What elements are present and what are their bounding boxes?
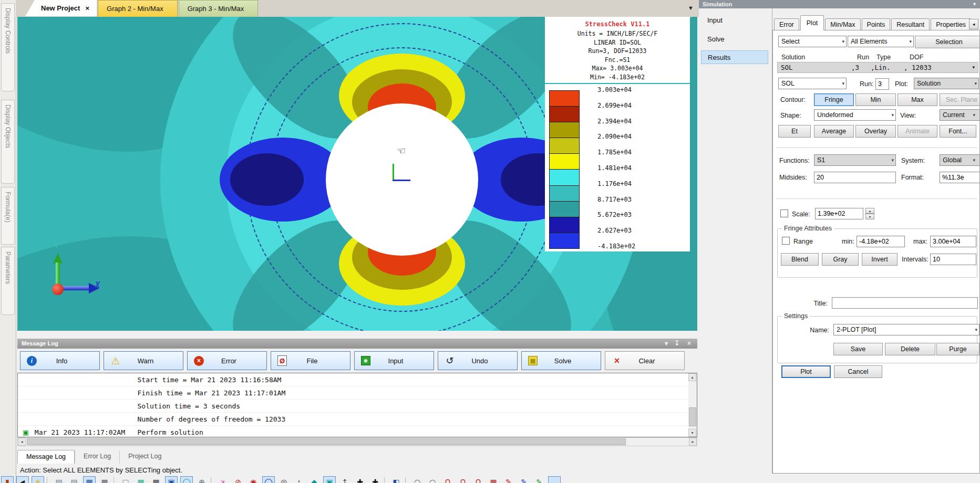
- settings-action-button[interactable]: Delete: [885, 343, 935, 355]
- toolbar-icon[interactable]: ▤: [68, 476, 80, 483]
- contour-mode-button[interactable]: Min: [855, 93, 896, 106]
- results-tab[interactable]: Plot: [800, 15, 824, 30]
- shape-combo[interactable]: Undeformed ▾: [814, 109, 896, 121]
- toolbar-icon[interactable]: ▣: [323, 476, 336, 483]
- toolbar-icon[interactable]: Ω: [472, 476, 484, 483]
- fringe-style-button[interactable]: Gray: [822, 253, 859, 266]
- results-tab[interactable]: Resultant: [891, 18, 930, 30]
- sim-nav-item[interactable]: Solve: [701, 33, 768, 46]
- log-horizontal-scrollbar[interactable]: ◂ ▸: [17, 437, 697, 446]
- fringe-style-button[interactable]: Blend: [781, 253, 819, 266]
- contour-mode-button[interactable]: Max: [898, 93, 937, 106]
- toolbar-icon[interactable]: ◉: [247, 476, 260, 483]
- toolbar-icon[interactable]: ▦: [150, 476, 162, 483]
- plot-action-button[interactable]: Et: [778, 125, 811, 138]
- document-tab[interactable]: New Project ×: [25, 0, 97, 16]
- toolbar-icon[interactable]: ↥: [338, 476, 351, 483]
- toolbar-icon[interactable]: ✎: [502, 476, 515, 483]
- log-filter-button[interactable]: ⚠ Warn: [104, 351, 183, 370]
- chevron-down-icon[interactable]: ▾: [972, 65, 975, 70]
- toolbar-icon[interactable]: ◯: [180, 476, 193, 483]
- scroll-up-icon[interactable]: ▴: [688, 373, 696, 381]
- midsides-input[interactable]: [814, 172, 896, 183]
- toolbar-icon[interactable]: [211, 477, 214, 483]
- toolbar-icon[interactable]: ◄: [16, 476, 29, 483]
- tab-scroll-left-icon[interactable]: ◂: [969, 19, 978, 29]
- log-filter-button[interactable]: Ø File: [271, 351, 350, 370]
- intervals-input[interactable]: [930, 254, 976, 265]
- plot-action-button[interactable]: Average: [814, 125, 854, 138]
- document-tab[interactable]: Graph 3 - Min/Max: [179, 0, 259, 17]
- toolbar-icon[interactable]: ⊕: [195, 476, 208, 483]
- tab-close-icon[interactable]: ×: [85, 4, 89, 12]
- plot-button[interactable]: Plot: [781, 365, 831, 378]
- toolbar-icon[interactable]: [384, 477, 387, 483]
- panel-menu-icon[interactable]: ▾: [665, 339, 668, 349]
- sidebar-tab[interactable]: Parameters: [1, 247, 15, 315]
- scroll-left-icon[interactable]: ◂: [18, 438, 26, 446]
- log-vertical-scrollbar[interactable]: ▴ ▾: [688, 373, 697, 437]
- toolbar-icon[interactable]: ▮: [1, 476, 14, 483]
- toolbar-icon[interactable]: ʞ: [216, 476, 229, 483]
- log-tab[interactable]: Project Log: [119, 450, 170, 464]
- model-viewport[interactable]: ☜ StressCheck V11.1 Units = INCH/LBF/SEC…: [17, 17, 697, 331]
- results-tab[interactable]: Min/Max: [825, 18, 860, 30]
- toolbar-icon[interactable]: ▦: [135, 476, 147, 483]
- spinner-up-icon[interactable]: ▴: [865, 208, 874, 214]
- toolbar-icon[interactable]: ◎: [277, 476, 290, 483]
- range-min-input[interactable]: [857, 236, 905, 247]
- toolbar-icon[interactable]: [405, 477, 408, 483]
- scale-checkbox[interactable]: [780, 209, 788, 217]
- scale-spinner[interactable]: ▴ ▾: [865, 208, 874, 219]
- sim-nav-item[interactable]: Results: [701, 50, 768, 64]
- log-filter-button[interactable]: i Info: [20, 351, 100, 370]
- plot-action-button[interactable]: Animate: [898, 125, 937, 138]
- panel-pin-icon[interactable]: ↧: [674, 339, 679, 349]
- toolbar-icon[interactable]: ✚: [369, 476, 381, 483]
- cancel-button[interactable]: Cancel: [834, 365, 882, 378]
- plot-action-button[interactable]: Font...: [940, 125, 976, 138]
- fringe-style-button[interactable]: Invert: [862, 253, 898, 266]
- results-tab[interactable]: Properties: [931, 18, 971, 30]
- results-tab[interactable]: Error: [774, 18, 799, 30]
- log-filter-button[interactable]: ↺ Undo: [438, 351, 518, 370]
- toolbar-icon[interactable]: Ω: [457, 476, 469, 483]
- message-log-list[interactable]: Start time = Mar 21 2023 11:16:58AM Fini…: [17, 373, 697, 437]
- scroll-thumb[interactable]: [689, 407, 696, 426]
- toolbar-icon[interactable]: ⊘: [232, 476, 244, 483]
- toolbar-icon[interactable]: ✳: [32, 476, 44, 483]
- toolbar-icon[interactable]: ▦: [98, 476, 111, 483]
- settings-action-button[interactable]: Purge: [936, 343, 979, 355]
- scale-input[interactable]: [815, 208, 863, 219]
- log-tab[interactable]: Error Log: [75, 450, 119, 464]
- range-max-input[interactable]: [930, 236, 976, 247]
- sidebar-tab[interactable]: Display Objects: [1, 100, 15, 184]
- select-method-combo[interactable]: Select ▾: [778, 36, 847, 47]
- spinner-down-icon[interactable]: ▾: [865, 214, 874, 219]
- toolbar-icon[interactable]: ✚: [354, 476, 366, 483]
- toolbar-icon[interactable]: [47, 477, 50, 483]
- plot-type-combo[interactable]: Solution ▾: [914, 78, 979, 89]
- toolbar-icon[interactable]: ▢: [119, 476, 132, 483]
- settings-name-combo[interactable]: 2-PLOT [Plot] ▾: [833, 324, 979, 335]
- log-filter-button[interactable]: ✱ Input: [354, 351, 434, 370]
- system-combo[interactable]: Global ▾: [940, 154, 980, 166]
- panel-menu-icon[interactable]: ▾: [973, 0, 976, 8]
- toolbar-icon[interactable]: ✎: [533, 476, 545, 483]
- scroll-down-icon[interactable]: ▾: [688, 429, 696, 437]
- scroll-thumb[interactable]: [27, 438, 626, 445]
- sim-nav-item[interactable]: Input: [701, 14, 768, 27]
- toolbar-icon[interactable]: [114, 477, 117, 483]
- functions-combo[interactable]: S1 ▾: [814, 154, 896, 166]
- toolbar-icon[interactable]: ◆: [308, 476, 321, 483]
- log-filter-button[interactable]: × Error: [187, 351, 267, 370]
- sidebar-tab[interactable]: Display Controls: [1, 3, 15, 91]
- selection-button[interactable]: Selection: [915, 36, 980, 48]
- toolbar-icon[interactable]: ◧: [390, 476, 403, 483]
- solution-combo[interactable]: SOL ▾: [778, 78, 847, 89]
- log-tab[interactable]: Message Log: [17, 450, 75, 464]
- plot-action-button[interactable]: Overlay: [855, 125, 896, 138]
- contour-mode-button[interactable]: Sec. Plane: [940, 93, 980, 106]
- tab-list-dropdown-icon[interactable]: ▼: [688, 5, 694, 11]
- settings-action-button[interactable]: Save: [833, 343, 883, 355]
